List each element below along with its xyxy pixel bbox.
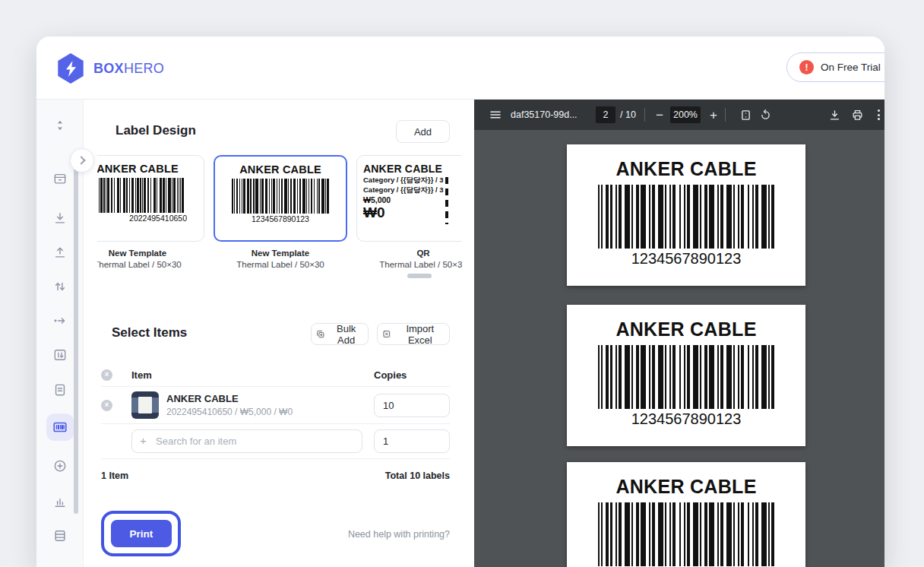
label-title: ANKER CABLE — [567, 476, 805, 498]
download-button[interactable] — [825, 100, 843, 130]
remove-item-icon[interactable]: × — [101, 400, 112, 411]
template-card-selected[interactable]: ANKER CABLE 1234567890123 New Template T… — [214, 155, 347, 269]
template-carousel: ANKER CABLE 2022495410650 New Template T… — [97, 155, 462, 277]
template-spec: Thermal Label / 50×30 — [97, 260, 204, 269]
stocktaking-icon[interactable] — [49, 344, 71, 366]
app-header: BOXHERO ! On Free Trial — [36, 36, 884, 100]
trial-warning-icon: ! — [799, 60, 814, 74]
print-pdf-button[interactable] — [848, 100, 866, 130]
boxhero-logo-icon — [56, 53, 85, 84]
template-spec: Thermal Label / 50×30 — [356, 260, 462, 269]
pdf-menu-icon[interactable] — [486, 100, 505, 130]
new-copies-input[interactable] — [374, 429, 450, 453]
qr-code-fragment — [445, 177, 448, 224]
barcode-number: 1234567890123 — [567, 250, 805, 268]
more-options-button[interactable] — [871, 100, 884, 130]
print-button[interactable]: Print — [111, 520, 172, 547]
more-vertical-icon — [878, 109, 880, 120]
brand-bold: BOX — [93, 61, 124, 76]
pdf-filename: daf35170-99d... — [511, 100, 578, 130]
chevron-right-icon — [77, 156, 85, 164]
barcode-image — [587, 502, 786, 566]
template-spec: Thermal Label / 50×30 — [214, 260, 347, 269]
column-copies: Copies — [374, 369, 450, 381]
template-title: ANKER CABLE — [363, 163, 462, 175]
item-count: 1 Item — [101, 470, 128, 481]
carousel-scroll-thumb[interactable] — [407, 274, 432, 278]
template-card[interactable]: ANKER CABLE Category / {{담당자}} / 3 Categ… — [356, 155, 462, 269]
adjust-stock-icon[interactable] — [49, 276, 71, 297]
pdf-preview: daf35170-99d... 2 / 10 − 200% + — [474, 100, 884, 567]
template-name: New Template — [214, 249, 347, 258]
label-print-panel: Label Design Add ANKER CABLE 20224954106… — [84, 100, 474, 567]
bulk-add-label: Bulk Add — [329, 323, 363, 346]
item-row: × ANKER CABLE 2022495410650 / ₩5,000 / ₩… — [101, 387, 450, 424]
trial-label: On Free Trial — [821, 62, 881, 73]
template-title: ANKER CABLE — [97, 163, 198, 175]
label-page: ANKER CABLE 1234567890123 — [567, 305, 805, 446]
import-excel-button[interactable]: Import Excel — [377, 323, 450, 345]
label-design-title: Label Design — [115, 123, 196, 138]
item-search-input[interactable] — [131, 429, 362, 453]
panel-scrollbar[interactable] — [74, 152, 78, 514]
label-page: ANKER CABLE 1234567890123 — [567, 462, 805, 567]
add-item-row: + — [101, 424, 450, 459]
item-details: 2022495410650 / ₩5,000 / ₩0 — [166, 407, 293, 417]
barcode-number: 1234567890123 — [567, 410, 805, 428]
printing-help-link[interactable]: Need help with printing? — [348, 529, 450, 540]
add-template-button[interactable]: Add — [396, 120, 450, 143]
analytics-icon[interactable] — [49, 491, 71, 512]
label-title: ANKER CABLE — [567, 318, 805, 341]
zoom-in-button[interactable]: + — [706, 100, 721, 130]
pdf-canvas[interactable]: ANKER CABLE 1234567890123 ANKER CABLE 12… — [474, 130, 884, 567]
fit-page-button[interactable] — [736, 100, 755, 130]
items-box-icon[interactable] — [49, 168, 71, 189]
barcode-image — [587, 185, 786, 249]
stock-in-icon[interactable] — [49, 207, 71, 229]
bulk-add-icon — [316, 329, 324, 339]
pdf-toolbar: daf35170-99d... 2 / 10 − 200% + — [474, 100, 884, 130]
search-plus-icon: + — [140, 435, 147, 447]
expand-panel-button[interactable] — [70, 148, 94, 173]
brand-light: HERO — [124, 61, 164, 76]
brand-text: BOXHERO — [93, 61, 164, 77]
item-thumbnail — [131, 391, 159, 419]
toolbar-separator — [644, 108, 645, 122]
stock-out-icon[interactable] — [49, 242, 71, 263]
barcode-number: 1234567890123 — [221, 214, 340, 223]
page-number-input[interactable]: 2 — [596, 100, 615, 130]
template-title: ANKER CABLE — [221, 163, 340, 176]
clear-all-icon[interactable]: × — [101, 369, 112, 381]
zoom-level[interactable]: 200% — [670, 100, 701, 130]
barcode-image — [587, 345, 786, 409]
template-name: QR — [356, 249, 462, 258]
trial-status-pill[interactable]: ! On Free Trial — [786, 52, 884, 82]
column-item: Item — [131, 369, 374, 381]
import-excel-label: Import Excel — [396, 323, 445, 346]
toolbar-separator — [725, 108, 726, 122]
barcode-number: 2022495410650 — [97, 214, 198, 223]
barcode-image — [226, 179, 335, 214]
move-stock-icon[interactable] — [49, 310, 71, 331]
rotate-button[interactable] — [756, 100, 774, 130]
select-items-title: Select Items — [112, 325, 187, 341]
excel-icon — [382, 329, 391, 339]
label-page: ANKER CABLE 1234567890123 — [567, 144, 805, 286]
bulk-add-button[interactable]: Bulk Add — [311, 323, 369, 345]
collapse-menu-icon[interactable] — [49, 115, 71, 136]
boxhero-logo[interactable]: BOXHERO — [56, 53, 164, 84]
print-barcode-icon[interactable] — [46, 413, 74, 441]
barcode-image — [97, 178, 193, 213]
copies-input[interactable] — [374, 394, 450, 417]
template-card[interactable]: ANKER CABLE 2022495410650 New Template T… — [97, 155, 204, 269]
purchase-sales-icon[interactable] — [49, 455, 71, 477]
transactions-icon[interactable] — [49, 379, 71, 401]
label-title: ANKER CABLE — [567, 158, 805, 180]
data-center-icon[interactable] — [49, 525, 71, 546]
template-name: New Template — [97, 249, 204, 258]
zoom-out-button[interactable]: − — [652, 100, 667, 130]
summary-row: 1 Item Total 10 labels — [101, 459, 450, 481]
app-window: BOXHERO ! On Free Trial — [36, 36, 884, 567]
label-total: Total 10 labels — [385, 470, 450, 481]
page-total: / 10 — [620, 100, 636, 130]
